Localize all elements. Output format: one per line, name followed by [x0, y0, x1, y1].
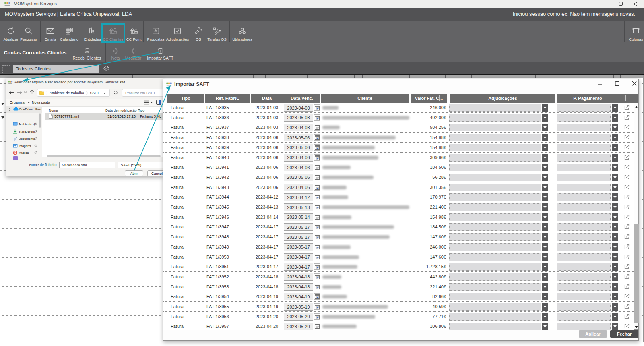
cancel-button[interactable]: Cancelar [147, 170, 163, 176]
saft-column-header-data[interactable]: Data [251, 94, 283, 103]
open-detail-button[interactable] [623, 224, 630, 230]
up-icon[interactable] [29, 87, 35, 97]
adjudicacoes-select[interactable] [449, 203, 541, 211]
adjudicacoes-dropdown-button[interactable] [542, 263, 548, 271]
pagamento-select[interactable] [557, 154, 611, 162]
open-button[interactable]: Abrir [125, 170, 143, 176]
pagamento-select[interactable] [557, 164, 611, 171]
breadcrumb[interactable]: Ambiente de trabalho SAFT [37, 89, 110, 97]
forward-icon[interactable] [16, 87, 23, 97]
cell-venc-input[interactable]: 2023-05-06 [284, 174, 313, 181]
scrollbar-thumb[interactable] [634, 110, 639, 224]
calendar-button[interactable] [314, 114, 320, 121]
adjudicacoes-dropdown-button[interactable] [542, 223, 548, 231]
saft-row-2[interactable]: FaturaFAT 1/39362023-04-032023-05-03492,… [163, 113, 634, 123]
cell-venc-input[interactable]: 2023-05-06 [284, 144, 313, 151]
calendar-button[interactable] [314, 273, 320, 280]
open-detail-button[interactable] [623, 144, 630, 151]
saft-row-5[interactable]: FaturaFAT 1/39392023-04-062023-05-06154,… [163, 143, 634, 153]
calendar-button[interactable] [314, 104, 320, 111]
cell-venc-input[interactable]: 2023-04-12 [284, 193, 313, 201]
adjudicacoes-select[interactable] [449, 253, 541, 261]
open-detail-button[interactable] [623, 254, 630, 260]
cell-venc-input[interactable]: 2023-05-13 [284, 203, 313, 211]
saft-row-17[interactable]: FaturaFAT 1/39512023-04-172023-04-171.72… [163, 262, 634, 272]
pagamento-select[interactable] [557, 114, 611, 122]
pagamento-dropdown-button[interactable] [612, 243, 618, 251]
filetype-select[interactable]: SAFT (*.xml) [118, 162, 163, 168]
cell-venc-input[interactable]: 2023-05-03 [284, 114, 313, 122]
adjudicacoes-select[interactable] [449, 174, 541, 181]
open-detail-button[interactable] [623, 284, 630, 290]
adjudicacoes-select[interactable] [449, 243, 541, 251]
open-detail-button[interactable] [623, 124, 630, 131]
calendar-button[interactable] [314, 293, 320, 300]
calendar-button[interactable] [314, 174, 320, 180]
refresh-address-icon[interactable] [112, 87, 119, 97]
calendar-button[interactable] [314, 144, 320, 151]
saft-column-header-p-pagamento[interactable]: P. Pagamento [557, 94, 619, 103]
open-detail-button[interactable] [623, 134, 630, 141]
saft-row-6[interactable]: FaturaFAT 1/39402023-04-062023-04-06309,… [163, 153, 634, 163]
saft-row-8[interactable]: FaturaFAT 1/39422023-04-062023-05-0656,2… [163, 172, 634, 182]
cell-venc-input[interactable]: 2023-04-06 [284, 154, 313, 162]
adjudicacoes-dropdown-button[interactable] [542, 253, 548, 261]
adjudicacoes-dropdown-button[interactable] [542, 124, 548, 131]
pagamento-select[interactable] [557, 303, 611, 311]
calendar-button[interactable] [314, 323, 320, 329]
pagamento-select[interactable] [557, 313, 611, 321]
pagamento-dropdown-button[interactable] [612, 303, 618, 311]
adjudicacoes-select[interactable] [449, 114, 541, 122]
cell-venc-input[interactable]: 2023-05-17 [284, 223, 313, 231]
adjudicacoes-dropdown-button[interactable] [542, 104, 548, 112]
pagamento-dropdown-button[interactable] [612, 263, 618, 271]
adjudicacoes-select[interactable] [449, 104, 541, 112]
filename-input[interactable]: 507907779.xml [59, 162, 115, 168]
adjudicacoes-select[interactable] [449, 134, 541, 141]
pagamento-dropdown-button[interactable] [612, 144, 618, 151]
cell-venc-input[interactable]: 2023-05-19 [284, 303, 313, 311]
column-header-tipo[interactable]: Tipo [138, 108, 144, 112]
horizontal-scrollbar[interactable] [47, 155, 161, 157]
pagamento-select[interactable] [557, 203, 611, 211]
pagamento-dropdown-button[interactable] [612, 273, 618, 281]
scroll-down-button[interactable] [634, 324, 639, 330]
saft-column-header-data-venc-[interactable]: Data Venc. [283, 94, 320, 103]
calendar-button[interactable] [314, 134, 320, 141]
cell-venc-input[interactable]: 2023-04-19 [284, 293, 313, 300]
adjudicacoes-dropdown-button[interactable] [542, 293, 548, 300]
window-maximize-button[interactable] [615, 0, 627, 8]
pagamento-select[interactable] [557, 283, 611, 291]
calendar-button[interactable] [314, 204, 320, 210]
open-detail-button[interactable] [623, 214, 630, 220]
pagamento-dropdown-button[interactable] [612, 114, 618, 122]
open-detail-button[interactable] [623, 164, 630, 170]
cell-venc-input[interactable]: 2023-05-20 [284, 323, 313, 330]
pagamento-dropdown-button[interactable] [612, 323, 618, 330]
adjudicacoes-dropdown-button[interactable] [542, 134, 548, 141]
sidebar-item-onedrive[interactable]: OneDrive - Pers [6, 106, 42, 113]
saft-row-23[interactable]: FaturaFAT 1/39572023-04-202023-05-20106,… [163, 321, 634, 330]
preview-pane-icon[interactable] [156, 100, 161, 105]
saft-row-12[interactable]: FaturaFAT 1/39462023-04-142023-05-14154,… [163, 212, 634, 222]
adjudicacoes-select[interactable] [449, 184, 541, 191]
adjudicacoes-dropdown-button[interactable] [542, 313, 548, 321]
pagamento-select[interactable] [557, 134, 611, 141]
saft-row-4[interactable]: FaturaFAT 1/39382023-04-062023-05-06154,… [163, 133, 634, 143]
filename-dropdown-chevron-icon[interactable] [109, 164, 112, 166]
calendar-button[interactable] [314, 284, 320, 290]
open-detail-button[interactable] [623, 114, 630, 121]
cell-venc-input[interactable]: 2023-04-18 [284, 283, 313, 291]
pagamento-select[interactable] [557, 144, 611, 151]
pagamento-select[interactable] [557, 263, 611, 271]
breadcrumb-item-saft[interactable]: SAFT [90, 91, 99, 95]
pagamento-dropdown-button[interactable] [612, 193, 618, 201]
cell-venc-input[interactable]: 2023-04-17 [284, 253, 313, 261]
pagamento-dropdown-button[interactable] [612, 124, 618, 131]
adjudicacoes-select[interactable] [449, 313, 541, 321]
saft-row-21[interactable]: FaturaFAT 1/39552023-04-192023-05-1940,5… [163, 302, 634, 312]
adjudicacoes-dropdown-button[interactable] [542, 323, 548, 330]
pagamento-dropdown-button[interactable] [612, 223, 618, 231]
cell-venc-input[interactable]: 2023-04-03 [284, 104, 313, 112]
adjudicacoes-select[interactable] [449, 283, 541, 291]
